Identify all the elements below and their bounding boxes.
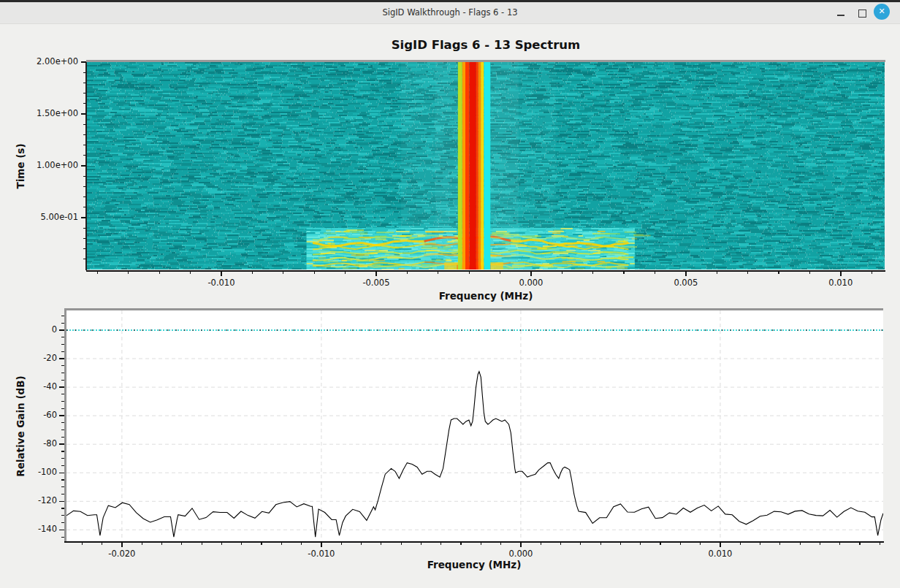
spectrogram-y-minortick <box>83 124 86 125</box>
spectrum-y-ticklabel: -100 <box>0 467 57 477</box>
spectrum-y-minortick <box>61 422 64 423</box>
minimize-icon <box>837 15 844 16</box>
spectrogram-x-minortick <box>623 271 624 274</box>
spectrum-x-minortick <box>301 542 302 545</box>
spectrogram-x-ticklabel: 0.000 <box>502 278 560 288</box>
spectrum-y-minortick <box>61 522 64 523</box>
spectrogram-y-minortick <box>83 145 86 145</box>
spectrum-y-minortick <box>61 351 64 352</box>
spectrogram-y-minortick <box>83 93 86 93</box>
spectrum-y-ticklabel: -20 <box>0 353 57 363</box>
spectrogram-y-ticklabel: 2.00e+00 <box>0 56 78 66</box>
spectrum-y-tick <box>59 443 64 445</box>
spectrogram-x-minortick <box>592 271 593 274</box>
spectrogram-x-tick <box>530 271 532 276</box>
spectrogram-x-minortick <box>190 271 191 274</box>
spectrum-x-minortick <box>560 542 561 545</box>
spectrum-x-minortick <box>600 542 601 545</box>
spectrum-x-minortick <box>281 542 282 545</box>
spectrogram-x-minortick <box>128 271 129 274</box>
spectrogram-y-minortick <box>83 207 86 207</box>
spectrogram-x-minortick <box>562 271 562 274</box>
spectrum-x-tick <box>720 542 721 547</box>
spectrum-x-minortick <box>700 542 701 545</box>
spectrum-x-minortick <box>441 542 441 545</box>
spectrum-y-minortick <box>61 408 64 409</box>
spectrogram-y-minortick <box>83 238 86 239</box>
spectrogram-y-minortick <box>83 196 86 197</box>
spectrum-y-minortick <box>61 380 64 381</box>
spectrum-x-minortick <box>361 542 362 545</box>
spectrum-y-minortick <box>61 365 64 366</box>
spectrum-plot[interactable] <box>66 310 883 541</box>
spectrum-x-tick <box>520 542 522 547</box>
spectrum-y-minortick <box>61 486 64 487</box>
spectrum-x-minortick <box>541 542 541 545</box>
spectrogram-x-tick <box>685 271 687 276</box>
spectrum-x-minortick <box>620 542 621 545</box>
spectrum-y-tick <box>59 358 64 359</box>
spectrum-x-minortick <box>341 542 342 545</box>
spectrum-y-tick <box>59 386 64 388</box>
spectrum-y-minortick <box>61 515 64 516</box>
spectrum-y-minortick <box>61 373 64 373</box>
spectrogram-x-minortick <box>97 271 98 274</box>
spectrum-x-minortick <box>481 542 481 545</box>
spectrum-y-minortick <box>61 494 64 495</box>
spectrogram-y-minortick <box>83 228 86 229</box>
spectrum-x-minortick <box>500 542 501 545</box>
spectrogram-y-minortick <box>83 134 86 135</box>
spectrogram-y-minortick <box>83 72 86 73</box>
spectrogram-x-ticklabel: -0.010 <box>192 278 251 288</box>
spectrogram-y-tick <box>81 61 86 63</box>
spectrogram-x-minortick <box>252 271 253 274</box>
spectrum-x-minortick <box>660 542 660 545</box>
spectrum-y-tick <box>59 329 64 331</box>
spectrogram-x-tick <box>840 271 842 276</box>
spectrogram-x-minortick <box>314 271 315 274</box>
spectrum-x-minortick <box>261 542 262 545</box>
minimize-button[interactable] <box>834 7 847 20</box>
spectrogram-x-minortick <box>159 271 160 274</box>
spectrogram-x-axis <box>86 270 885 272</box>
spectrum-y-ticklabel: -60 <box>0 410 57 420</box>
window-titlebar[interactable]: SigID Walkthrough - Flags 6 - 13 <box>0 2 900 24</box>
spectrogram-y-minortick <box>83 103 86 104</box>
spectrum-x-ticklabel: 0.010 <box>691 549 750 559</box>
spectrum-x-minortick <box>680 542 681 545</box>
spectrogram-y-ticklabel: 5.00e-01 <box>0 212 78 222</box>
spectrogram-y-minortick <box>83 83 86 83</box>
spectrum-y-minortick <box>61 451 64 451</box>
spectrum-trace <box>66 372 883 537</box>
spectrum-x-minortick <box>839 542 840 545</box>
spectrum-x-minortick <box>421 542 422 545</box>
spectrum-x-minortick <box>102 542 102 545</box>
spectrogram-x-minortick <box>407 271 408 274</box>
close-button[interactable]: ✕ <box>874 4 890 20</box>
spectrogram-x-ticklabel: 0.005 <box>657 278 715 288</box>
spectrum-y-minortick <box>61 458 64 459</box>
spectrum-x-ticklabel: 0.000 <box>492 549 550 559</box>
spectrum-y-minortick <box>61 465 64 466</box>
spectrogram-x-minortick <box>469 271 470 274</box>
spectrum-x-minortick <box>580 542 581 545</box>
spectrum-x-minortick <box>82 542 83 545</box>
spectrogram-x-minortick <box>438 271 438 274</box>
spectrum-y-minortick <box>61 508 64 508</box>
spectrum-x-ticklabel: -0.020 <box>93 549 151 559</box>
spectrogram-x-minortick <box>872 271 872 274</box>
spectrogram-plot[interactable] <box>87 62 885 270</box>
spectrogram-x-tick <box>221 271 222 276</box>
spectrogram-x-ticklabel: -0.005 <box>347 278 405 288</box>
spectrum-y-minortick <box>61 401 64 402</box>
spectrogram-y-minortick <box>83 248 86 249</box>
spectrogram-x-minortick <box>345 271 346 274</box>
spectrum-y-ticklabel: -40 <box>0 381 57 392</box>
spectrogram-y-tick <box>81 217 86 218</box>
spectrogram-x-minortick <box>717 271 717 274</box>
spectrum-y-minortick <box>61 437 64 438</box>
spectrogram-y-ticklabel: 1.00e+00 <box>0 160 78 170</box>
spectrum-x-minortick <box>381 542 381 545</box>
spectrogram-x-ticklabel: 0.010 <box>812 278 870 288</box>
maximize-button[interactable] <box>855 7 869 20</box>
